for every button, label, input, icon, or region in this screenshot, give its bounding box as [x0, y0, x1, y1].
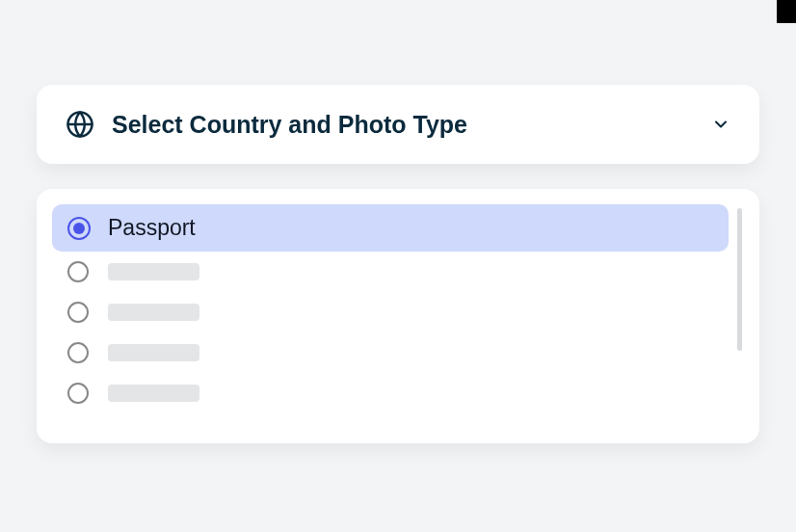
- option-placeholder[interactable]: [52, 292, 729, 332]
- corner-decoration: [777, 0, 796, 23]
- radio-unselected-icon: [67, 342, 89, 363]
- country-photo-dropdown[interactable]: Select Country and Photo Type: [37, 85, 759, 164]
- skeleton-label: [108, 385, 199, 402]
- globe-icon: [66, 110, 94, 139]
- dropdown-title: Select Country and Photo Type: [112, 111, 694, 139]
- option-label: Passport: [108, 215, 196, 241]
- option-passport[interactable]: Passport: [52, 204, 729, 252]
- radio-unselected-icon: [67, 383, 89, 404]
- option-placeholder[interactable]: [52, 332, 729, 373]
- photo-type-options-panel: Passport: [37, 189, 759, 443]
- options-list: Passport: [52, 204, 729, 428]
- radio-unselected-icon: [67, 302, 89, 323]
- option-placeholder[interactable]: [52, 373, 729, 413]
- main-container: Select Country and Photo Type Passport: [0, 0, 796, 443]
- chevron-down-icon: [711, 115, 730, 134]
- scrollbar-thumb[interactable]: [737, 208, 742, 351]
- radio-unselected-icon: [67, 261, 89, 282]
- option-placeholder[interactable]: [52, 252, 729, 292]
- radio-selected-icon: [67, 217, 91, 240]
- skeleton-label: [108, 344, 199, 361]
- skeleton-label: [108, 304, 199, 321]
- scrollbar[interactable]: [736, 204, 742, 428]
- skeleton-label: [108, 263, 199, 280]
